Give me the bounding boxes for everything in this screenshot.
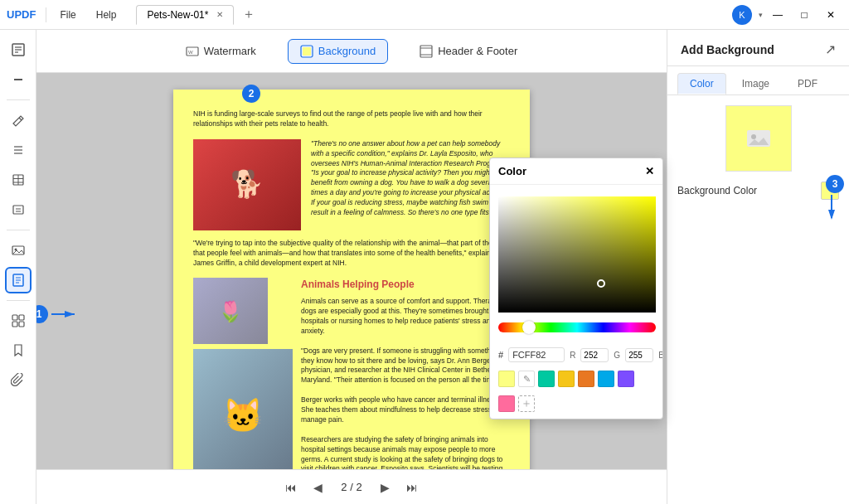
color-picker-title: Color: [498, 165, 526, 177]
color-hex-row: # R G B: [490, 344, 662, 367]
annotation-3: 3: [819, 175, 844, 220]
preview-placeholder-icon: [745, 125, 772, 152]
swatch-teal[interactable]: [538, 371, 555, 387]
prev-page-button[interactable]: ◀: [308, 477, 327, 497]
para5-text: "Dogs are very present. If someone is st…: [301, 346, 510, 386]
para2-text: "There's no one answer about how a pet c…: [311, 139, 510, 218]
color-swatches-row-2: ＋: [490, 394, 662, 419]
color-picker-popup: Color ✕ # R G B ✎ ＋: [489, 158, 663, 419]
svg-marker-34: [65, 311, 75, 317]
swatch-gold[interactable]: [558, 371, 575, 387]
sidebar-item-table[interactable]: [5, 167, 32, 193]
help-menu[interactable]: Help: [90, 7, 124, 22]
cat-image: 🐱: [193, 349, 293, 469]
color-gradient[interactable]: [498, 196, 656, 313]
tab-header-footer[interactable]: Header & Footer: [408, 40, 529, 63]
close-button[interactable]: ✕: [819, 7, 842, 23]
background-icon: [300, 45, 313, 58]
add-tab-button[interactable]: ＋: [237, 6, 260, 23]
last-page-button[interactable]: ⏭: [401, 477, 423, 497]
dog-section: 🐕 "There's no one answer about how a pet…: [193, 139, 510, 230]
sidebar-separator-2: [7, 230, 30, 230]
hex-input[interactable]: [508, 347, 565, 362]
para3-text: "We're trying to tap into the subjective…: [193, 239, 510, 269]
swatch-pink[interactable]: [498, 395, 515, 412]
panel-title: Add Background: [681, 43, 774, 56]
document-tab[interactable]: Pets-New-01* ✕: [136, 5, 234, 25]
swatch-pencil[interactable]: ✎: [518, 371, 535, 387]
watermark-label: Watermark: [204, 45, 256, 57]
r-input[interactable]: [580, 348, 609, 362]
para1-text: NIH is funding large-scale surveys to fi…: [193, 109, 510, 129]
panel-export-icon[interactable]: ↗: [825, 41, 836, 57]
minimize-button[interactable]: —: [766, 7, 789, 23]
para3-block: "We're trying to tap into the subjective…: [193, 239, 510, 269]
swatch-orange[interactable]: [578, 371, 594, 387]
header-footer-label: Header & Footer: [438, 45, 517, 57]
swatch-blue[interactable]: [598, 371, 614, 387]
right-panel-header: Add Background ↗: [667, 30, 849, 66]
tab-close-icon[interactable]: ✕: [216, 10, 223, 19]
color-picker-close[interactable]: ✕: [645, 165, 654, 177]
sidebar-item-list[interactable]: [5, 137, 32, 163]
page-indicator: 2 / 2: [334, 481, 368, 493]
b-label: B: [658, 351, 663, 360]
color-swatches-row: ✎: [490, 367, 662, 394]
sidebar-item-organize[interactable]: [5, 308, 32, 334]
swatch-purple[interactable]: [618, 371, 634, 387]
user-avatar: K: [732, 5, 752, 25]
svg-rect-29: [303, 47, 311, 56]
dog-image: 🐕: [193, 139, 301, 230]
g-label: G: [614, 351, 620, 360]
swatch-yellow[interactable]: [498, 371, 515, 387]
color-cursor: [597, 279, 605, 288]
background-label: Background: [318, 45, 376, 57]
tab-background[interactable]: Background: [288, 39, 388, 64]
maximize-button[interactable]: □: [793, 7, 816, 23]
gradient-overlay: [498, 196, 656, 313]
sidebar-item-page[interactable]: [5, 267, 32, 293]
sidebar-item-bookmark[interactable]: [5, 337, 32, 364]
tab-label: Pets-New-01*: [147, 9, 208, 21]
tulip-image: 🌷: [193, 278, 268, 344]
right-panel: Add Background ↗ Color Image PDF Backgro…: [667, 30, 849, 504]
tab-bar: Pets-New-01* ✕ ＋: [136, 5, 725, 25]
animals-section: 🌷 🐱 Animals Helping People Animals can s…: [193, 278, 510, 469]
bg-color-label: Background Color: [677, 185, 757, 196]
app-logo: UPDF: [7, 8, 36, 21]
sidebar-item-image[interactable]: [5, 237, 32, 264]
sidebar-item-annotate[interactable]: [5, 107, 32, 133]
svg-rect-30: [420, 46, 432, 57]
svg-line-5: [19, 118, 22, 120]
sidebar-item-minus[interactable]: [5, 66, 32, 93]
svg-point-36: [751, 134, 756, 139]
hex-hash: #: [498, 350, 503, 360]
svg-rect-24: [12, 322, 17, 327]
svg-rect-23: [19, 315, 24, 320]
file-menu[interactable]: File: [53, 7, 82, 22]
annotation-1: 1: [36, 305, 76, 323]
divider: [46, 7, 46, 22]
tab-watermark[interactable]: W Watermark: [174, 40, 268, 63]
pdf-page: NIH is funding large-scale surveys to fi…: [173, 90, 530, 469]
first-page-button[interactable]: ⏮: [280, 477, 302, 497]
chevron-down-icon[interactable]: ▾: [759, 11, 763, 19]
panel-content: Background Color 3: [667, 95, 849, 504]
color-hue-bar[interactable]: [498, 322, 656, 332]
add-swatch-button[interactable]: ＋: [518, 395, 535, 412]
svg-rect-22: [12, 315, 17, 320]
g-input[interactable]: [625, 348, 653, 362]
next-page-button[interactable]: ▶: [376, 477, 395, 497]
animals-text: Animals Helping People Animals can serve…: [301, 278, 510, 469]
svg-marker-38: [828, 210, 835, 220]
panel-tab-color[interactable]: Color: [677, 73, 726, 94]
hue-bar-wrapper: [490, 321, 662, 344]
sidebar-item-edit[interactable]: [5, 36, 32, 63]
top-toolbar: W Watermark Background Header & Footer: [36, 30, 667, 73]
title-bar: UPDF File Help Pets-New-01* ✕ ＋ K ▾ — □ …: [0, 0, 849, 30]
sidebar-item-forms[interactable]: [5, 196, 32, 223]
svg-text:W: W: [188, 50, 193, 55]
sidebar-item-attachment[interactable]: [5, 367, 32, 394]
panel-tab-pdf[interactable]: PDF: [785, 73, 830, 94]
panel-tab-image[interactable]: Image: [730, 73, 782, 94]
